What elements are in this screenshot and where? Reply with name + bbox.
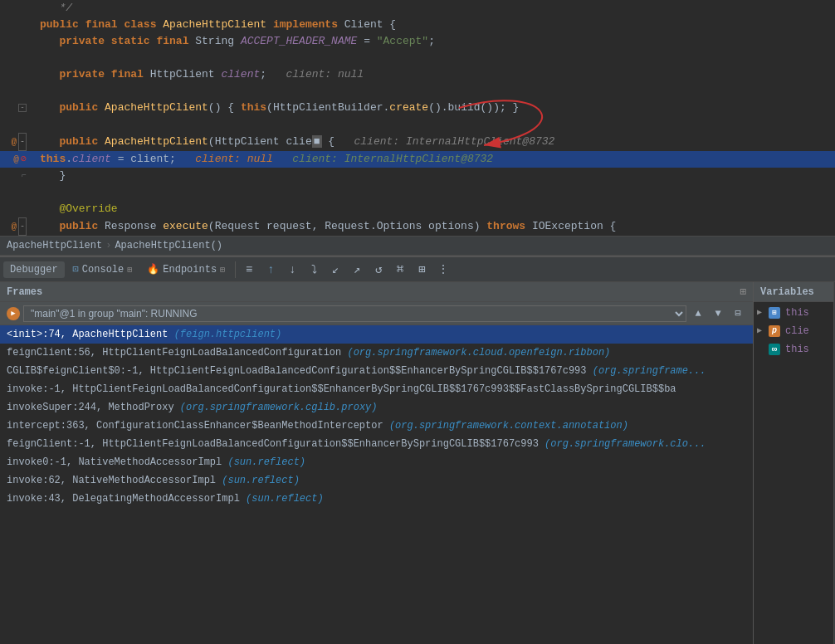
thread-down-button[interactable]: ▼ [710, 305, 726, 322]
code-content: public ApacheHttpClient() { this(HttpCli… [33, 100, 835, 116]
code-content [33, 184, 835, 201]
thread-running-icon: ▶ [7, 307, 20, 320]
endpoints-tab-label: Endpoints [163, 264, 217, 276]
variables-title: Variables [760, 286, 814, 298]
frames-header-actions: ⊞ [740, 285, 746, 298]
gutter: ⌐ [0, 168, 33, 184]
debugger-panel: Debugger ⊡ Console ⊞ 🔥 Endpoints ⊞ ≡ ↑ ↓… [0, 256, 835, 644]
code-content: */ [33, 0, 835, 17]
variables-container: Variables ▶ ⊞ this ▶ p clie [754, 282, 835, 644]
mute-button[interactable]: ⊞ [412, 260, 432, 280]
frame-item[interactable]: invoke:43, DelegatingMethodAccessorImpl … [0, 490, 753, 508]
var-name-this2: this [785, 342, 809, 357]
code-content: public final class ApacheHttpClient impl… [33, 17, 835, 33]
pause-button[interactable]: ↓ [282, 260, 302, 280]
console-pin-icon: ⊞ [127, 265, 132, 275]
var-item-this2[interactable]: ∞ this [754, 340, 833, 359]
fold-marker[interactable]: - [18, 104, 27, 112]
frame-item[interactable]: invoke:62, NativeMethodAccessorImpl (sun… [0, 471, 753, 490]
frame-item[interactable]: <init>:74, ApacheHttpClient (feign.httpc… [0, 325, 753, 344]
frame-text: invoke:43, DelegatingMethodAccessorImpl … [7, 491, 324, 506]
frame-item[interactable]: invoke:-1, HttpClientFeignLoadBalancedCo… [0, 380, 753, 398]
endpoints-icon: 🔥 [147, 263, 159, 276]
var-expand-icon: ▶ [757, 324, 767, 339]
settings-button[interactable]: ⋮ [433, 260, 453, 280]
frames-list: <init>:74, ApacheHttpClient (feign.httpc… [0, 325, 753, 644]
rerun-button[interactable]: ≡ [239, 260, 259, 280]
thread-up-button[interactable]: ▲ [690, 305, 706, 322]
endpoints-pin-icon: ⊞ [220, 265, 225, 275]
frames-container: Frames ⊞ ▶ "main"@1 in group "main": RUN… [0, 282, 754, 644]
watchpoint-icon-3: @ [11, 218, 17, 235]
frame-item[interactable]: invoke0:-1, NativeMethodAccessorImpl (su… [0, 453, 753, 471]
frame-item[interactable]: feignClient:-1, HttpClientFeignLoadBalan… [0, 435, 753, 453]
fold-marker-3[interactable]: - [18, 217, 27, 236]
code-content: private final HttpClient client; client:… [33, 66, 835, 83]
debugger-tab-label: Debugger [10, 264, 58, 276]
fold-marker-2[interactable]: - [18, 133, 27, 151]
var-type-icon-inf: ∞ [769, 344, 780, 355]
code-line [0, 184, 835, 201]
frames-panel-header: Frames ⊞ [0, 282, 753, 302]
frame-text: invokeSuper:244, MethodProxy (org.spring… [7, 400, 377, 415]
frame-text: feignClient:-1, HttpClientFeignLoadBalan… [7, 437, 706, 451]
code-line: @ - public ApacheHttpClient(HttpClient c… [0, 133, 835, 151]
tab-console[interactable]: ⊡ Console ⊞ [66, 261, 139, 278]
frame-item[interactable]: CGLIB$feignClient$0:-1, HttpClientFeignL… [0, 362, 753, 380]
variables-panel-header: Variables [754, 282, 833, 302]
frames-pin-button[interactable]: ⊞ [740, 285, 746, 298]
breadcrumb-item-2[interactable]: ApacheHttpClient() [115, 240, 222, 251]
code-line: */ [0, 0, 835, 17]
no-bp-icon: ⊘ [21, 151, 27, 168]
resume-button[interactable]: ↑ [261, 260, 281, 280]
watchpoint-icon-2: @ [13, 151, 19, 168]
frame-item[interactable]: feignClient:56, HttpClientFeignLoadBalan… [0, 344, 753, 362]
run-to-cursor-button[interactable]: ↺ [369, 260, 388, 280]
code-line: ⌐ } [0, 168, 835, 184]
step-out-button[interactable]: ↗ [347, 260, 367, 280]
console-icon: ⊡ [73, 263, 79, 276]
var-expand-icon: ▶ [757, 305, 767, 320]
code-content [33, 116, 835, 133]
toolbar-separator [235, 261, 236, 278]
code-line: private final HttpClient client; client:… [0, 66, 835, 83]
console-tab-label: Console [82, 264, 124, 276]
active-code-line: @ ⊘ this.client = client; client: null c… [0, 151, 835, 168]
thread-filter-button[interactable]: ⊟ [730, 305, 746, 322]
code-line [0, 116, 835, 133]
breadcrumb-sep: › [105, 240, 111, 251]
evaluate-button[interactable]: ⌘ [390, 260, 410, 280]
variables-panel: Variables ▶ ⊞ this ▶ p clie [754, 282, 833, 644]
gutter: @ ⊘ [0, 151, 33, 168]
watchpoint-icon: @ [11, 134, 17, 150]
step-into-button[interactable]: ↙ [325, 260, 345, 280]
thread-selector: ▶ "main"@1 in group "main": RUNNING ▲ ▼ … [0, 302, 753, 325]
var-type-icon: ⊞ [769, 307, 780, 319]
code-content: public Response execute(Request request,… [33, 218, 835, 235]
gutter: @ - [0, 133, 33, 151]
frame-text: invoke0:-1, NativeMethodAccessorImpl (su… [7, 455, 305, 470]
var-item-client[interactable]: ▶ p clie [754, 322, 833, 340]
frame-item[interactable]: intercept:363, ConfigurationClassEnhance… [0, 417, 753, 435]
frame-item[interactable]: invokeSuper:244, MethodProxy (org.spring… [0, 398, 753, 417]
var-item-this[interactable]: ▶ ⊞ this [754, 304, 833, 322]
gutter: - [0, 104, 33, 112]
var-name-client: clie [785, 324, 809, 339]
frames-title: Frames [7, 286, 42, 298]
gutter: @ - [0, 217, 33, 236]
active-code-content: this.client = client; client: null clien… [33, 151, 835, 168]
debugger-toolbar: Debugger ⊡ Console ⊞ 🔥 Endpoints ⊞ ≡ ↑ ↓… [0, 257, 835, 282]
tab-endpoints[interactable]: 🔥 Endpoints ⊞ [140, 261, 232, 278]
var-type-icon-p: p [769, 325, 780, 337]
frame-text: invoke:62, NativeMethodAccessorImpl (sun… [7, 473, 300, 488]
step-over-button[interactable]: ⤵ [304, 260, 324, 280]
code-line [0, 83, 835, 100]
frame-text: intercept:363, ConfigurationClassEnhance… [7, 418, 628, 433]
code-line: @ - public Response execute(Request requ… [0, 217, 835, 236]
thread-dropdown[interactable]: "main"@1 in group "main": RUNNING [23, 305, 686, 322]
breadcrumb-item-1[interactable]: ApacheHttpClient [7, 240, 102, 251]
code-editor: */ public final class ApacheHttpClient i… [0, 0, 835, 236]
code-content: } [33, 168, 835, 184]
code-line: private static final String ACCEPT_HEADE… [0, 33, 835, 50]
tab-debugger[interactable]: Debugger [3, 261, 65, 278]
